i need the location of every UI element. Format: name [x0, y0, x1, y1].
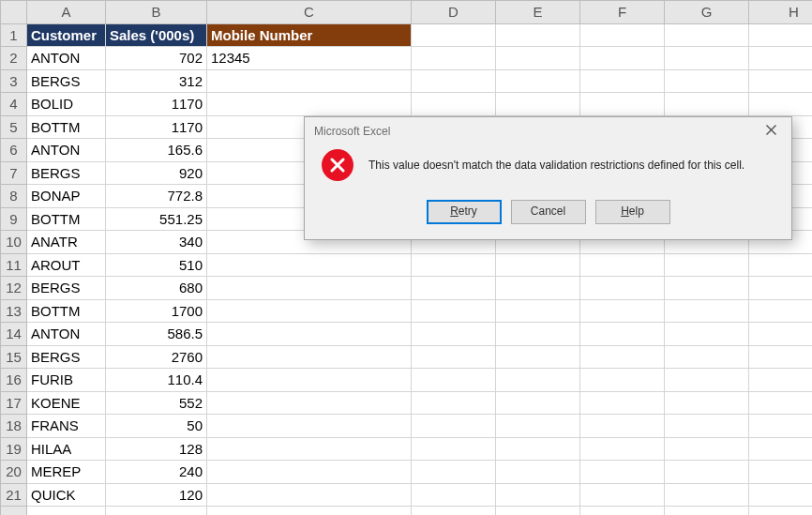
cell-E1[interactable]: [496, 23, 580, 47]
col-header-D[interactable]: D: [412, 1, 496, 24]
cell-H22[interactable]: [749, 507, 813, 516]
cell-D21[interactable]: [412, 483, 496, 507]
cell-F4[interactable]: [580, 93, 665, 116]
cell-B1[interactable]: Sales ('000s): [106, 23, 207, 47]
cell-F20[interactable]: [580, 461, 665, 484]
cell-H17[interactable]: [749, 391, 813, 415]
cell-F11[interactable]: [580, 253, 665, 277]
col-header-F[interactable]: F: [580, 1, 665, 24]
cell-E11[interactable]: [496, 253, 580, 277]
cell-B6[interactable]: 165.6: [106, 139, 207, 162]
row-header-22[interactable]: [1, 507, 27, 516]
row-header-18[interactable]: 18: [1, 415, 27, 438]
row-header-4[interactable]: 4: [1, 93, 27, 116]
cell-D18[interactable]: [412, 415, 496, 438]
cell-B5[interactable]: 1170: [106, 115, 207, 139]
cell-F22[interactable]: [580, 507, 665, 516]
select-all-corner[interactable]: [1, 1, 27, 24]
cell-E3[interactable]: [496, 69, 580, 93]
cell-A4[interactable]: BOLID: [27, 93, 106, 116]
row-header-1[interactable]: 1: [1, 23, 27, 47]
cell-A1[interactable]: Customer: [27, 23, 106, 47]
help-button[interactable]: Help: [595, 200, 670, 224]
row-header-19[interactable]: 19: [1, 437, 27, 461]
cell-G1[interactable]: [665, 23, 749, 47]
cell-A20[interactable]: MEREP: [27, 461, 106, 484]
cell-B13[interactable]: 1700: [106, 299, 207, 323]
cancel-button[interactable]: Cancel: [511, 200, 586, 224]
cell-E18[interactable]: [496, 415, 580, 438]
cell-B15[interactable]: 2760: [106, 345, 207, 369]
cell-A16[interactable]: FURIB: [27, 369, 106, 392]
retry-button[interactable]: Retry: [427, 200, 502, 224]
cell-C22[interactable]: [207, 507, 412, 516]
cell-A9[interactable]: BOTTM: [27, 207, 106, 231]
cell-B2[interactable]: 702: [106, 47, 207, 70]
cell-C15[interactable]: [207, 345, 412, 369]
cell-D16[interactable]: [412, 369, 496, 392]
cell-C3[interactable]: [207, 69, 412, 93]
cell-C17[interactable]: [207, 391, 412, 415]
cell-H14[interactable]: [749, 323, 813, 346]
cell-E17[interactable]: [496, 391, 580, 415]
cell-C4[interactable]: [207, 93, 412, 116]
cell-E4[interactable]: [496, 93, 580, 116]
cell-E14[interactable]: [496, 323, 580, 346]
cell-H19[interactable]: [749, 437, 813, 461]
row-header-11[interactable]: 11: [1, 253, 27, 277]
cell-G4[interactable]: [665, 93, 749, 116]
cell-A15[interactable]: BERGS: [27, 345, 106, 369]
cell-G18[interactable]: [665, 415, 749, 438]
cell-H16[interactable]: [749, 369, 813, 392]
cell-A22[interactable]: [27, 507, 106, 516]
cell-E21[interactable]: [496, 483, 580, 507]
cell-B7[interactable]: 920: [106, 161, 207, 185]
cell-A19[interactable]: HILAA: [27, 437, 106, 461]
cell-H20[interactable]: [749, 461, 813, 484]
cell-C12[interactable]: [207, 277, 412, 300]
cell-E16[interactable]: [496, 369, 580, 392]
cell-F17[interactable]: [580, 391, 665, 415]
cell-E19[interactable]: [496, 437, 580, 461]
cell-B14[interactable]: 586.5: [106, 323, 207, 346]
cell-D13[interactable]: [412, 299, 496, 323]
cell-G16[interactable]: [665, 369, 749, 392]
cell-D3[interactable]: [412, 69, 496, 93]
cell-A10[interactable]: ANATR: [27, 231, 106, 254]
col-header-A[interactable]: A: [27, 1, 106, 24]
col-header-G[interactable]: G: [665, 1, 749, 24]
cell-B20[interactable]: 240: [106, 461, 207, 484]
cell-G20[interactable]: [665, 461, 749, 484]
cell-C20[interactable]: [207, 461, 412, 484]
cell-A21[interactable]: QUICK: [27, 483, 106, 507]
cell-B21[interactable]: 120: [106, 483, 207, 507]
cell-G15[interactable]: [665, 345, 749, 369]
cell-D11[interactable]: [412, 253, 496, 277]
dialog-close-button[interactable]: [759, 120, 782, 143]
cell-H11[interactable]: [749, 253, 813, 277]
cell-F3[interactable]: [580, 69, 665, 93]
cell-C11[interactable]: [207, 253, 412, 277]
cell-D12[interactable]: [412, 277, 496, 300]
cell-A6[interactable]: ANTON: [27, 139, 106, 162]
cell-A13[interactable]: BOTTM: [27, 299, 106, 323]
cell-A3[interactable]: BERGS: [27, 69, 106, 93]
row-header-20[interactable]: 20: [1, 461, 27, 484]
cell-F13[interactable]: [580, 299, 665, 323]
cell-F21[interactable]: [580, 483, 665, 507]
cell-D19[interactable]: [412, 437, 496, 461]
cell-B11[interactable]: 510: [106, 253, 207, 277]
row-header-9[interactable]: 9: [1, 207, 27, 231]
cell-D22[interactable]: [412, 507, 496, 516]
cell-G11[interactable]: [665, 253, 749, 277]
cell-D1[interactable]: [412, 23, 496, 47]
cell-F15[interactable]: [580, 345, 665, 369]
cell-B22[interactable]: [106, 507, 207, 516]
row-header-2[interactable]: 2: [1, 47, 27, 70]
cell-G13[interactable]: [665, 299, 749, 323]
dialog-titlebar[interactable]: Microsoft Excel: [305, 117, 791, 145]
cell-H18[interactable]: [749, 415, 813, 438]
spreadsheet-grid[interactable]: A B C D E F G H 1CustomerSales ('000s)Mo…: [0, 0, 812, 515]
cell-F18[interactable]: [580, 415, 665, 438]
cell-G19[interactable]: [665, 437, 749, 461]
